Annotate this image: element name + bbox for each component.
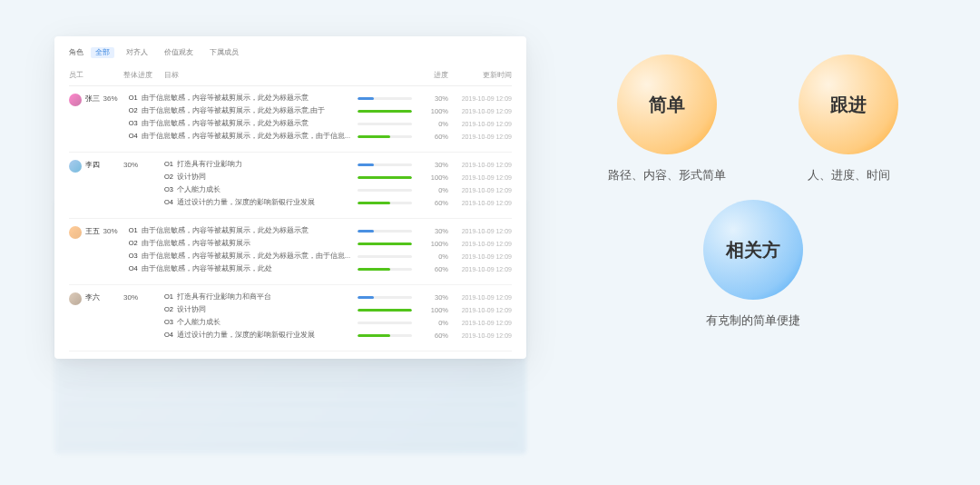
objective-pct: 0% <box>421 186 448 194</box>
th-objective: 目标 <box>164 71 358 80</box>
progress-bar <box>358 242 412 245</box>
progress-bar <box>358 110 412 113</box>
objective-date: 2019-10-09 12:09 <box>448 307 512 313</box>
table-row[interactable]: 李六30%O1打造具有行业影响力和商平台30%2019-10-09 12:09O… <box>69 285 512 351</box>
filter-all[interactable]: 全部 <box>91 47 114 58</box>
table-body: 张三36%O1由于信息敏感，内容等被裁剪展示，此处为标题示意30%2019-10… <box>69 86 512 351</box>
progress-bar <box>358 123 412 125</box>
objective-text: O2由于信息敏感，内容等被裁剪展示 <box>129 239 358 248</box>
okr-table-card: 角色 全部 对齐人 价值观友 下属成员 员工 整体进度 目标 进度 更新时间 张… <box>54 36 526 359</box>
circle-follow: 跟进 人、进度、时间 <box>799 54 898 183</box>
employee-name: 王五 <box>85 226 100 236</box>
objective-pct: 60% <box>421 265 448 273</box>
objective-date: 2019-10-09 12:09 <box>448 320 512 326</box>
circle-stakeholder-caption: 有克制的简单便捷 <box>706 312 800 329</box>
objective-text: O3个人能力成长 <box>164 318 358 327</box>
overall-progress: 30% <box>123 292 164 343</box>
concept-circles: 简单 路径、内容、形式简单 跟进 人、进度、时间 相关方 有克制的简单便捷 <box>563 54 944 329</box>
objective-item[interactable]: O1由于信息敏感，内容等被裁剪展示，此处为标题示意30%2019-10-09 1… <box>129 226 512 235</box>
objective-pct: 0% <box>421 252 448 261</box>
overall-progress: 36% <box>103 94 129 144</box>
filter-value[interactable]: 价值观友 <box>160 47 198 58</box>
progress-bar <box>358 163 412 166</box>
objective-pct: 60% <box>421 199 448 207</box>
progress-bar <box>358 309 412 312</box>
objective-item[interactable]: O2由于信息敏感，内容等被裁剪展示，此处为标题示意,由于100%2019-10-… <box>129 106 512 115</box>
objective-date: 2019-10-09 12:09 <box>448 108 512 114</box>
objective-item[interactable]: O2由于信息敏感，内容等被裁剪展示100%2019-10-09 12:09 <box>129 239 512 248</box>
objective-item[interactable]: O4通过设计的力量，深度的影响新银行业发展60%2019-10-09 12:09 <box>164 198 512 207</box>
objective-date: 2019-10-09 12:09 <box>448 241 512 247</box>
objective-text: O3由于信息敏感，内容等被裁剪展示，此处为标题示意 <box>129 119 358 128</box>
table-header: 员工 整体进度 目标 进度 更新时间 <box>69 65 512 86</box>
th-pct: 进度 <box>421 71 448 80</box>
objective-pct: 100% <box>421 107 448 115</box>
avatar <box>69 160 82 173</box>
objective-item[interactable]: O4由于信息敏感，内容等被裁剪展示，此处60%2019-10-09 12:09 <box>129 264 512 273</box>
objective-item[interactable]: O1打造具有行业影响力30%2019-10-09 12:09 <box>164 160 512 169</box>
objective-pct: 30% <box>421 227 448 235</box>
progress-bar <box>358 176 412 179</box>
objective-text: O2设计协同 <box>164 305 358 314</box>
circle-stakeholder-bubble: 相关方 <box>703 200 803 300</box>
objective-text: O3由于信息敏感，内容等被裁剪展示，此处为标题示意，由于信息... <box>129 252 358 261</box>
table-row[interactable]: 王五30%O1由于信息敏感，内容等被裁剪展示，此处为标题示意30%2019-10… <box>69 219 512 285</box>
objective-item[interactable]: O4由于信息敏感，内容等被裁剪展示，此处为标题示意，由于信息...60%2019… <box>129 132 512 141</box>
objective-item[interactable]: O3由于信息敏感，内容等被裁剪展示，此处为标题示意，由于信息...0%2019-… <box>129 252 512 261</box>
objective-text: O2由于信息敏感，内容等被裁剪展示，此处为标题示意,由于 <box>129 106 358 115</box>
objective-text: O4通过设计的力量，深度的影响新银行业发展 <box>164 331 358 340</box>
objective-date: 2019-10-09 12:09 <box>448 121 512 127</box>
objective-pct: 0% <box>421 120 448 128</box>
objective-date: 2019-10-09 12:09 <box>448 200 512 206</box>
objective-item[interactable]: O2设计协同100%2019-10-09 12:09 <box>164 173 512 182</box>
objective-item[interactable]: O1由于信息敏感，内容等被裁剪展示，此处为标题示意30%2019-10-09 1… <box>129 94 512 103</box>
filter-sub[interactable]: 下属成员 <box>205 47 243 58</box>
progress-bar <box>358 135 412 138</box>
table-row[interactable]: 李四30%O1打造具有行业影响力30%2019-10-09 12:09O2设计协… <box>69 153 512 219</box>
objective-item[interactable]: O3个人能力成长0%2019-10-09 12:09 <box>164 318 512 327</box>
objective-item[interactable]: O3由于信息敏感，内容等被裁剪展示，此处为标题示意0%2019-10-09 12… <box>129 119 512 128</box>
objective-text: O4由于信息敏感，内容等被裁剪展示，此处 <box>129 264 358 273</box>
objective-text: O2设计协同 <box>164 173 358 182</box>
objective-date: 2019-10-09 12:09 <box>448 187 512 193</box>
avatar <box>69 226 82 239</box>
avatar <box>69 94 82 106</box>
overall-progress: 30% <box>123 160 164 211</box>
objective-text: O3个人能力成长 <box>164 185 358 194</box>
filter-row: 角色 全部 对齐人 价值观友 下属成员 <box>69 47 512 58</box>
objective-date: 2019-10-09 12:09 <box>448 228 512 234</box>
circle-follow-caption: 人、进度、时间 <box>808 167 890 183</box>
objective-text: O1由于信息敏感，内容等被裁剪展示，此处为标题示意 <box>129 94 358 103</box>
avatar <box>69 292 82 305</box>
table-row[interactable]: 张三36%O1由于信息敏感，内容等被裁剪展示，此处为标题示意30%2019-10… <box>69 86 512 153</box>
objective-pct: 100% <box>421 173 448 182</box>
progress-bar <box>358 268 412 271</box>
objective-date: 2019-10-09 12:09 <box>448 294 512 301</box>
objective-item[interactable]: O3个人能力成长0%2019-10-09 12:09 <box>164 185 512 194</box>
overall-progress: 30% <box>103 226 129 277</box>
progress-bar <box>358 334 412 337</box>
objective-text: O1打造具有行业影响力和商平台 <box>164 292 358 302</box>
objective-date: 2019-10-09 12:09 <box>448 95 512 102</box>
progress-bar <box>358 322 412 324</box>
objective-pct: 60% <box>421 332 448 340</box>
objective-item[interactable]: O4通过设计的力量，深度的影响新银行业发展60%2019-10-09 12:09 <box>164 331 512 340</box>
progress-bar <box>358 296 412 299</box>
objective-pct: 0% <box>421 319 448 327</box>
objective-date: 2019-10-09 12:09 <box>448 253 512 260</box>
filter-label: 角色 <box>69 48 83 57</box>
employee-name: 张三 <box>85 94 100 104</box>
circle-follow-bubble: 跟进 <box>799 54 898 154</box>
th-progress: 整体进度 <box>123 71 164 80</box>
progress-bar <box>358 202 412 204</box>
circle-simple-caption: 路径、内容、形式简单 <box>608 167 726 183</box>
objective-item[interactable]: O2设计协同100%2019-10-09 12:09 <box>164 305 512 314</box>
objective-item[interactable]: O1打造具有行业影响力和商平台30%2019-10-09 12:09 <box>164 292 512 302</box>
left-panel: 角色 全部 对齐人 价值观友 下属成员 员工 整体进度 目标 进度 更新时间 张… <box>54 36 581 359</box>
objective-date: 2019-10-09 12:09 <box>448 174 512 181</box>
filter-align[interactable]: 对齐人 <box>122 47 152 58</box>
progress-bar <box>358 255 412 258</box>
employee-name: 李六 <box>85 292 100 302</box>
circle-stakeholder: 相关方 有克制的简单便捷 <box>703 200 803 329</box>
objective-date: 2019-10-09 12:09 <box>448 266 512 272</box>
